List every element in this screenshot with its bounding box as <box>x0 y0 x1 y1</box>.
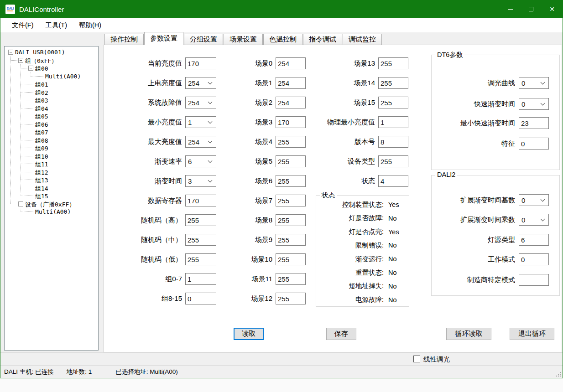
tree-item[interactable]: 组03 <box>5 96 98 104</box>
param-label: 工作模式 <box>432 255 515 264</box>
param-label: 上电亮度值 <box>105 79 182 88</box>
status-row-value: Yes <box>388 201 399 208</box>
param-input[interactable] <box>378 57 408 69</box>
tree-item[interactable]: 组09 <box>5 144 98 152</box>
param-input[interactable] <box>519 234 549 246</box>
param-label: 特征 <box>432 139 515 148</box>
tree-item[interactable]: 组00 <box>5 64 98 72</box>
param-input[interactable] <box>276 273 306 285</box>
tree-item[interactable]: 组（0xFF） <box>5 57 98 65</box>
tab-debug-monitor[interactable]: 调试监控 <box>343 34 382 45</box>
param-label: 渐变速率 <box>105 157 182 166</box>
tree-item[interactable]: 组01 <box>5 80 98 88</box>
param-select[interactable]: 0 <box>519 77 549 89</box>
tree-item[interactable]: 组02 <box>5 88 98 97</box>
tree-item[interactable]: 组07 <box>5 128 98 136</box>
linear-dimming-checkbox[interactable] <box>413 356 420 362</box>
tree-expander-icon[interactable] <box>18 201 23 206</box>
read-button[interactable]: 读取 <box>234 328 264 340</box>
param-label: 最小快速渐变时间 <box>432 119 515 128</box>
param-row: 渐变时间3 <box>105 175 216 187</box>
param-select[interactable]: 0 <box>519 214 549 226</box>
tree-item-label: Multi(A00) <box>35 208 71 215</box>
param-row: 最小亮度值1 <box>105 116 216 128</box>
tab-operation-control[interactable]: 操作控制 <box>104 34 144 45</box>
tree-expander-icon[interactable] <box>28 66 33 71</box>
tree-item[interactable]: 组10 <box>5 152 98 160</box>
param-input[interactable] <box>276 97 306 108</box>
param-input[interactable] <box>276 195 306 206</box>
tab-grouping-settings[interactable]: 分组设置 <box>184 34 223 45</box>
exit-loop-button[interactable]: 退出循环 <box>510 328 554 340</box>
param-input[interactable] <box>519 117 549 129</box>
dali-logo-text: DALI <box>7 7 14 10</box>
param-input[interactable] <box>378 175 408 187</box>
param-input[interactable] <box>519 138 549 150</box>
window-title: DALIController <box>19 5 64 13</box>
param-input[interactable] <box>378 155 408 167</box>
param-input[interactable] <box>519 274 549 286</box>
param-input[interactable] <box>519 253 549 265</box>
param-input[interactable] <box>276 214 306 226</box>
param-input[interactable] <box>276 253 306 265</box>
param-row: 场景2 <box>209 97 306 108</box>
param-label: 场景9 <box>209 236 272 244</box>
param-input[interactable] <box>276 57 306 69</box>
tree-connector <box>21 124 34 124</box>
tree-item[interactable]: Multi(A00) <box>5 72 98 81</box>
param-input[interactable] <box>276 136 306 148</box>
param-input[interactable] <box>378 77 408 89</box>
tree-item[interactable]: 设备（广播0xFF） <box>5 200 98 208</box>
param-label: 设备类型 <box>304 157 375 166</box>
status-row: 灯是否故障:No <box>316 214 397 223</box>
status-row-label: 控制装置状态: <box>316 201 384 209</box>
param-input[interactable] <box>276 293 306 304</box>
param-row: 工作模式 <box>432 253 559 265</box>
tree-item[interactable]: 组05 <box>5 112 98 120</box>
menu-help[interactable]: 帮助(H) <box>73 19 107 32</box>
param-input[interactable] <box>276 77 306 89</box>
param-input[interactable] <box>276 116 306 128</box>
maximize-button[interactable] <box>521 0 542 18</box>
statusbar-selected-address: 已选择地址: Multi(A00) <box>115 368 178 376</box>
tree-item[interactable]: 组11 <box>5 160 98 168</box>
param-label: 场景7 <box>209 196 272 205</box>
param-select[interactable]: 0 <box>519 98 549 110</box>
loop-read-button[interactable]: 循环读取 <box>446 328 491 340</box>
menu-file[interactable]: 文件(F) <box>6 19 40 32</box>
tab-command-debug[interactable]: 指令调试 <box>303 34 342 45</box>
tree-item[interactable]: 组04 <box>5 104 98 113</box>
menu-tools[interactable]: 工具(T) <box>40 19 73 32</box>
param-input[interactable] <box>276 155 306 167</box>
tree-item[interactable]: 组14 <box>5 184 98 192</box>
resize-grip[interactable] <box>560 376 561 377</box>
param-input[interactable] <box>276 234 306 246</box>
tree-connector <box>21 132 34 132</box>
param-select[interactable]: 0 <box>519 194 549 206</box>
tab-parameter-settings[interactable]: 参数设置 <box>144 32 183 45</box>
window-controls: ✕ <box>500 0 563 18</box>
tree-expander-icon[interactable] <box>8 50 13 55</box>
param-input[interactable] <box>276 175 306 187</box>
tree-item-label: 组10 <box>35 153 48 161</box>
tree-expander-icon[interactable] <box>18 58 23 63</box>
minimize-button[interactable] <box>500 0 521 18</box>
param-label: 组8-15 <box>105 294 182 303</box>
close-button[interactable]: ✕ <box>542 0 563 18</box>
tree-item[interactable]: 组12 <box>5 168 98 176</box>
param-input[interactable] <box>378 136 408 148</box>
save-button[interactable]: 保存 <box>326 328 356 340</box>
param-input[interactable] <box>378 97 408 108</box>
tree-item[interactable]: 组06 <box>5 120 98 129</box>
param-label: 场景11 <box>209 275 272 284</box>
tree-item[interactable]: Multi(A00) <box>5 208 98 216</box>
tab-scene-settings[interactable]: 场景设置 <box>224 34 263 45</box>
param-label: 扩展渐变时间乘数 <box>432 216 515 224</box>
tree-item-label: 组12 <box>35 169 48 177</box>
tree-item[interactable]: 组13 <box>5 176 98 184</box>
tree-item[interactable]: 组15 <box>5 192 98 200</box>
tab-color-temp-control[interactable]: 色温控制 <box>263 34 302 45</box>
tree-item[interactable]: 组08 <box>5 136 98 144</box>
param-input[interactable] <box>378 116 408 128</box>
tree-item[interactable]: DALI USB(0001) <box>5 48 98 57</box>
